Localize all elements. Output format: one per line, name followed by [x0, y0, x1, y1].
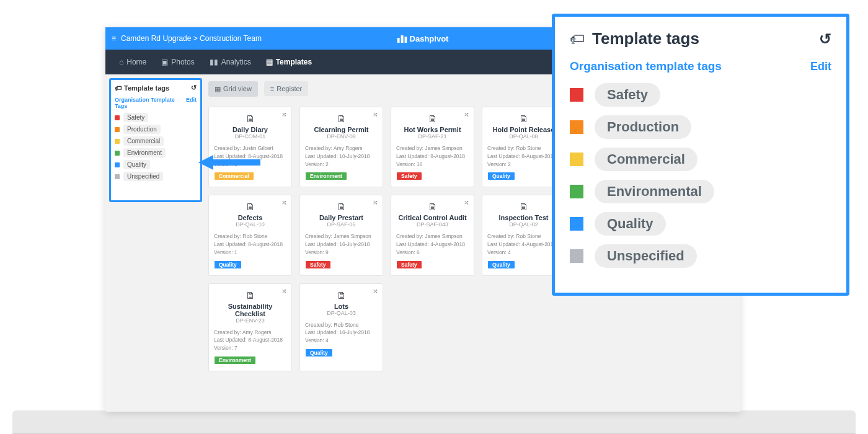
template-card[interactable]: ⤭🗎Sustainability ChecklistDP-ENV-23Creat… [208, 283, 292, 371]
svg-rect-0 [397, 38, 400, 43]
file-icon: 🗎 [305, 113, 378, 125]
file-icon: 🗎 [214, 202, 286, 213]
grid-view-button[interactable]: ▦Grid view [208, 81, 258, 97]
file-icon: 🗎 [214, 290, 286, 301]
tag-badge: Quality [487, 172, 515, 180]
template-card[interactable]: ⤭🗎Hot Works PermitDP-SAF-21Created by: J… [391, 107, 474, 187]
tag-label: Production [123, 125, 161, 134]
tag-row[interactable]: Unspecified [115, 172, 197, 181]
tag-row[interactable]: Environment [115, 148, 197, 157]
tag-row[interactable]: Safety [570, 83, 831, 107]
edit-link-large[interactable]: Edit [810, 60, 831, 73]
shuffle-icon[interactable]: ⤭ [281, 288, 286, 294]
card-title: Daily Diary [214, 126, 286, 133]
grid-icon: ▦ [215, 85, 221, 93]
card-title: Sustainability Checklist [214, 303, 286, 317]
shuffle-icon[interactable]: ⤭ [373, 288, 378, 294]
menu-icon[interactable]: ≡ [112, 34, 116, 43]
card-meta: Created by: James SimpsonLast Updated: 1… [305, 232, 378, 256]
shuffle-icon[interactable]: ⤭ [281, 199, 286, 206]
card-title: Lots [305, 303, 378, 310]
tag-badge: Quality [487, 260, 515, 269]
tag-row[interactable]: Environmental [570, 180, 831, 203]
card-code: DP-ENV-23 [214, 317, 286, 324]
card-code: DP-SAF-043 [396, 221, 469, 228]
card-code: DP-QAL-08 [487, 133, 560, 140]
tag-row[interactable]: Safety [115, 113, 197, 122]
org-tags-label: Organisation Template Tags [115, 97, 186, 109]
undo-icon[interactable]: ↺ [819, 30, 831, 48]
file-icon: 🗎 [487, 113, 560, 125]
shuffle-icon[interactable]: ⤭ [464, 111, 469, 118]
card-code: DP-SAF-05 [305, 221, 378, 228]
shuffle-icon[interactable]: ⤭ [373, 111, 378, 118]
card-meta: Created by: Rob StoneLast Updated: 8-Aug… [487, 144, 560, 168]
card-title: Daily Prestart [305, 214, 378, 221]
tag-row[interactable]: Unspecified [570, 244, 831, 268]
tag-badge: Safety [396, 172, 422, 180]
color-swatch [115, 139, 120, 144]
brand: Dashpivot [397, 34, 449, 43]
tag-label: Commercial [595, 148, 698, 171]
card-title: Hold Point Release [487, 126, 560, 133]
color-swatch [570, 217, 583, 231]
svg-marker-3 [198, 155, 260, 170]
edit-link-small[interactable]: Edit [186, 97, 197, 109]
card-title: Defects [214, 214, 286, 221]
tag-label: Quality [123, 160, 150, 169]
tag-badge: Commercial [214, 172, 254, 180]
breadcrumb[interactable]: Camden Rd Upgrade > Construction Team [121, 34, 262, 43]
card-code: DP-QAL-10 [214, 221, 286, 228]
register-button[interactable]: ≡Register [264, 81, 308, 96]
card-code: DP-QAL-03 [305, 310, 378, 316]
tag-label: Unspecified [123, 172, 163, 181]
tag-label: Quality [595, 212, 666, 236]
shuffle-icon[interactable]: ⤭ [464, 199, 469, 206]
template-card[interactable]: ⤭🗎LotsDP-QAL-03Created by: Rob StoneLast… [299, 283, 383, 371]
panel-title: Template tags [124, 84, 169, 92]
template-card[interactable]: ⤭🗎Daily DiaryDP-COM-01Created by: Justin… [208, 107, 292, 187]
tag-icon: 🏷 [115, 84, 122, 92]
color-swatch [570, 153, 583, 166]
undo-icon[interactable]: ↺ [191, 84, 197, 92]
callout-arrow [198, 154, 260, 171]
file-icon: 🗎 [214, 113, 286, 125]
nav-photos[interactable]: ▣Photos [154, 50, 202, 74]
tag-badge: Quality [305, 348, 333, 357]
nav-analytics[interactable]: ▮▮Analytics [202, 50, 259, 74]
tag-row[interactable]: Commercial [570, 148, 831, 171]
tag-badge: Environment [305, 172, 347, 180]
color-swatch [570, 120, 583, 134]
tag-label: Unspecified [595, 244, 697, 268]
svg-rect-1 [401, 35, 404, 43]
nav-home[interactable]: ⌂Home [112, 50, 154, 74]
nav-templates[interactable]: ▤Templates [259, 50, 319, 74]
tag-badge: Quality [214, 260, 242, 269]
tag-row[interactable]: Production [570, 115, 831, 139]
tag-label: Safety [595, 83, 660, 107]
svg-rect-2 [405, 37, 407, 43]
tag-badge: Safety [305, 260, 331, 269]
shuffle-icon[interactable]: ⤭ [281, 111, 286, 118]
color-swatch [115, 151, 120, 156]
file-icon: 🗎 [305, 290, 378, 301]
card-code: DP-SAF-21 [396, 133, 469, 140]
tag-row[interactable]: Quality [570, 212, 831, 236]
tag-badge: Environment [214, 356, 256, 365]
card-code: DP-QAL-02 [487, 221, 560, 228]
tag-label: Environment [123, 148, 166, 157]
tag-row[interactable]: Quality [115, 160, 197, 169]
card-title: Hot Works Permit [396, 126, 469, 133]
color-swatch [570, 88, 583, 102]
shuffle-icon[interactable]: ⤭ [373, 199, 378, 206]
tag-row[interactable]: Commercial [115, 136, 197, 146]
template-card[interactable]: ⤭🗎Clearning PermitDP-ENV-08Created by: A… [299, 107, 383, 187]
template-card[interactable]: ⤭🗎DefectsDP-QAL-10Created by: Rob StoneL… [208, 195, 292, 275]
tag-row[interactable]: Production [115, 125, 197, 134]
template-card[interactable]: ⤭🗎Daily PrestartDP-SAF-05Created by: Jam… [299, 195, 383, 275]
template-card[interactable]: ⤭🗎Critical Control AuditDP-SAF-043Create… [391, 195, 474, 275]
card-title: Critical Control Audit [396, 214, 469, 221]
tag-label: Production [595, 115, 691, 139]
tag-label: Environmental [595, 180, 714, 203]
tag-label: Safety [123, 113, 148, 122]
